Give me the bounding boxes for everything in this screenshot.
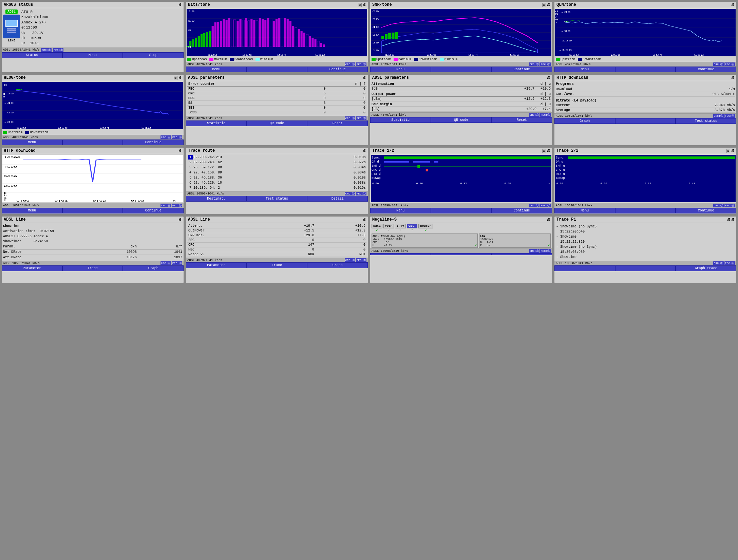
- svg-rect-70: [381, 36, 384, 39]
- statistic2-btn[interactable]: Statistic: [370, 117, 431, 123]
- http-download-content: Progress Download 1/3 Cur./Ove. 013 %/00…: [554, 81, 736, 113]
- device-screen: [5, 20, 18, 27]
- trace-p1-title: Trace P1 🖨 🖨: [554, 217, 736, 223]
- data-check: ✓: [376, 228, 378, 232]
- qln-continue-btn[interactable]: Continue: [676, 67, 736, 72]
- qln-menu-btn[interactable]: Menu: [554, 67, 615, 72]
- expand-icon[interactable]: ⊞: [726, 149, 730, 153]
- trace-btn[interactable]: Trace: [62, 265, 123, 271]
- expand-icon[interactable]: ⊞: [358, 3, 362, 7]
- stop-button[interactable]: Stop: [123, 52, 184, 58]
- list-item: 3 95. 59.172. 99 0.034s: [187, 165, 366, 170]
- svg-rect-52: [317, 41, 319, 47]
- expand-icon[interactable]: ⊞: [542, 3, 546, 7]
- trace-2-2-empty-btn: [615, 208, 676, 213]
- svg-rect-120: [2, 155, 183, 202]
- svg-rect-73: [392, 33, 394, 39]
- qr-code2-btn[interactable]: QR code: [431, 117, 492, 123]
- svg-rect-28: [250, 19, 252, 47]
- qr-code-btn[interactable]: QR code: [247, 120, 307, 126]
- graph-btn2[interactable]: Graph: [123, 265, 184, 271]
- svg-text:128: 128: [385, 53, 395, 56]
- trace2-btn[interactable]: Trace: [247, 262, 307, 268]
- svg-rect-25: [242, 20, 244, 47]
- svg-text:2500: 2500: [4, 184, 17, 187]
- printer-icon: 🖨: [731, 149, 734, 153]
- statistic-btn[interactable]: Statistic: [186, 120, 247, 126]
- megaline-diagram: ADSL ATU-R Anx A(2+) kb/s: 10598/ 1049 C…: [372, 234, 551, 248]
- crc-icon: CRC:⓪: [160, 261, 171, 265]
- crc-icon: CRC:⓪: [345, 62, 355, 66]
- printer-icon2: 🖨: [731, 218, 734, 222]
- snr-menu-btn[interactable]: Menu: [370, 67, 431, 72]
- qln-chart-container: d B / H z -30 -60 -90 -120 -150 128 256 …: [555, 9, 736, 56]
- megaline-adsl-box: ADSL ATU-R Anx A(2+) kb/s: 10598/ 1049 C…: [372, 234, 478, 248]
- bits-continue-btn[interactable]: Continue: [307, 67, 368, 72]
- expand-icon[interactable]: ⊞: [174, 76, 177, 80]
- http-chart-menu-btn[interactable]: Menu: [2, 208, 62, 213]
- graph3-btn[interactable]: Graph: [307, 262, 368, 268]
- trace-1-2-menu-btn[interactable]: Menu: [370, 208, 431, 213]
- expand-icon[interactable]: ⊞: [542, 149, 546, 153]
- svg-rect-21: [231, 19, 233, 47]
- hlog-continue-btn[interactable]: Continue: [123, 139, 184, 145]
- trace-2-2-menu-btn[interactable]: Menu: [554, 208, 615, 213]
- adsl-params1-panel: ADSL parameters 🖨 Error counter n | f FE…: [185, 74, 368, 146]
- trace-p1-panel: Trace P1 🖨 🖨 - Showtime (no Sync) 15:22:…: [554, 216, 737, 284]
- list-item: BSWap: [556, 176, 735, 180]
- trace-1-2-continue-btn[interactable]: Continue: [491, 208, 552, 213]
- detail-btn[interactable]: Detail: [307, 196, 368, 202]
- upstream-color: [187, 58, 191, 61]
- hlog-empty-btn: [62, 139, 123, 145]
- svg-rect-15: [214, 22, 216, 47]
- downstream-color: [230, 58, 234, 61]
- parameter-btn[interactable]: Parameter: [2, 265, 62, 271]
- svg-rect-140: [413, 161, 430, 163]
- table-row: LOSS 0 0: [187, 110, 366, 115]
- menu-button[interactable]: Menu: [62, 52, 123, 58]
- graph-btn[interactable]: Graph: [554, 118, 615, 124]
- svg-text:10: 10: [188, 19, 195, 22]
- maximum-color: [209, 58, 213, 61]
- svg-text:0:01: 0:01: [54, 199, 68, 202]
- svg-text:384: 384: [99, 126, 110, 129]
- snr-continue-btn[interactable]: Continue: [491, 67, 552, 72]
- parameter2-btn[interactable]: Parameter: [186, 262, 247, 268]
- trace-route-status: ADSL 10598/1041 kb/s CRC:⓪ FEC:⓪: [186, 191, 368, 196]
- fec-icon: FEC:⓪: [724, 261, 735, 265]
- adsl-params1-title: ADSL parameters 🖨: [186, 75, 368, 81]
- destinat-btn[interactable]: Destinat.: [186, 196, 247, 202]
- fec-icon: FEC:⓪: [356, 258, 366, 262]
- svg-rect-39: [281, 20, 283, 47]
- bits-empty-btn: [247, 67, 307, 72]
- svg-rect-31: [259, 18, 261, 47]
- list-item: CRC u: [556, 168, 735, 172]
- opt-check: ?: [411, 228, 413, 232]
- svg-rect-33: [264, 20, 266, 47]
- qln-legend: Upstream Downstream: [554, 57, 736, 62]
- list-item: 1 82.200.242.213 0.010s: [187, 155, 366, 160]
- svg-text:t: t: [4, 199, 7, 201]
- graph-trace-btn[interactable]: Graph trace: [676, 265, 736, 271]
- svg-text:128: 128: [207, 53, 217, 56]
- http-chart-status: ADSL 10598/1041 kb/s CRC:⓪ FEC:⓪: [2, 203, 184, 208]
- adsl-line2-table: Attenu. +19.7 +10.5 OutPower +12.5 +12.3…: [187, 224, 366, 257]
- http-chart-continue-btn[interactable]: Continue: [123, 208, 184, 213]
- crc-icon: CRC:⓪: [160, 204, 171, 207]
- test-status2-btn[interactable]: Test status: [247, 196, 307, 202]
- svg-rect-34: [267, 18, 269, 47]
- list-item: Sync.: [372, 156, 551, 160]
- megaline-status: ADSL 10598/1049 kb/s CRC:⓪ FEC:⓪: [370, 248, 552, 253]
- list-item: 6 92. 46.220. 10 0.038s: [187, 180, 366, 185]
- svg-text:H: H: [555, 18, 558, 21]
- reset-btn[interactable]: Reset: [307, 120, 368, 126]
- reset2-btn[interactable]: Reset: [491, 117, 552, 123]
- megaline-content: Data ✓ VoIP ? IPTV ? Opt. ?: [370, 223, 552, 248]
- status-button[interactable]: Status: [2, 52, 62, 58]
- svg-rect-42: [289, 21, 291, 47]
- table-row: CRC 5 0: [187, 91, 366, 96]
- hlog-menu-btn[interactable]: Menu: [2, 139, 62, 145]
- test-status-btn[interactable]: Test status: [676, 118, 736, 124]
- bits-menu-btn[interactable]: Menu: [186, 67, 247, 72]
- trace-2-2-continue-btn[interactable]: Continue: [676, 208, 736, 213]
